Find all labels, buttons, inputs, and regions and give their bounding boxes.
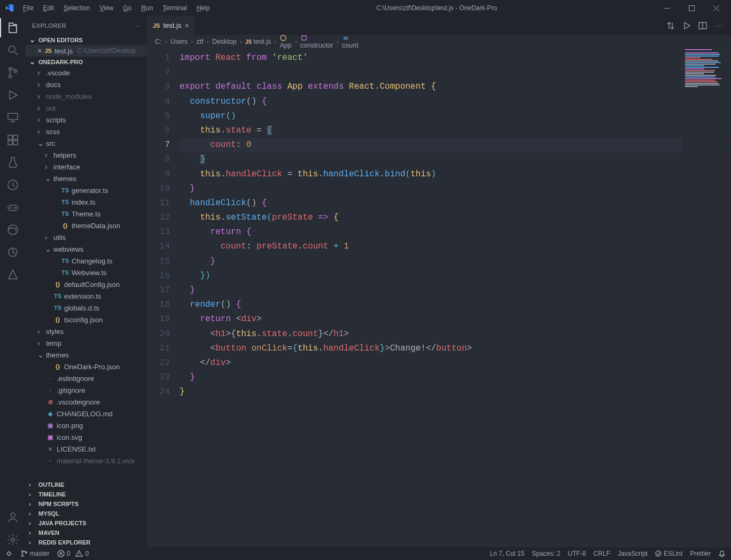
more-icon[interactable]: ··· bbox=[714, 21, 724, 29]
file-changelog-md[interactable]: ◆CHANGELOG.md bbox=[26, 408, 147, 419]
file--eslintignore[interactable]: ◦.eslintignore bbox=[26, 372, 147, 384]
maximize-button[interactable] bbox=[684, 1, 699, 15]
breadcrumb-item[interactable]: Desktop bbox=[212, 38, 237, 45]
indentation[interactable]: Spaces: 2 bbox=[532, 550, 560, 557]
workspace-header[interactable]: ⌄ONEDARK-PRO bbox=[26, 57, 147, 67]
remote-explorer-icon[interactable] bbox=[5, 110, 20, 125]
explorer-icon[interactable] bbox=[5, 20, 20, 35]
encoding[interactable]: UTF-8 bbox=[568, 550, 586, 557]
file-changelog-ts[interactable]: TSChangelog.ts bbox=[26, 255, 147, 267]
code-editor[interactable]: 123456789101112131415161718192021222324 … bbox=[147, 49, 731, 547]
source-control-icon[interactable] bbox=[5, 65, 20, 80]
run-icon[interactable] bbox=[682, 21, 691, 30]
folder-src[interactable]: ⌄src bbox=[26, 137, 147, 149]
edge-icon[interactable] bbox=[5, 222, 20, 237]
file--vscodeignore[interactable]: ⊘.vscodeignore bbox=[26, 396, 147, 408]
breadcrumb[interactable]: C:› Users› ztf› Desktop›JS test.js› App›… bbox=[147, 35, 731, 49]
problems[interactable]: 0 0 bbox=[57, 550, 89, 557]
split-icon[interactable] bbox=[698, 21, 707, 30]
open-editor-item[interactable]: × JS test.js C:\Users\ztf\Desktop bbox=[26, 45, 147, 57]
eslint-status[interactable]: ESLint bbox=[655, 550, 682, 557]
file-tsconfig-json[interactable]: {}tsconfig.json bbox=[26, 314, 147, 325]
file-extension-ts[interactable]: TSextension.ts bbox=[26, 290, 147, 302]
breadcrumb-item[interactable]: constructor bbox=[300, 34, 333, 49]
compare-icon[interactable] bbox=[666, 21, 675, 30]
minimize-button[interactable] bbox=[659, 1, 674, 15]
file-onedark-pro-json[interactable]: {}OneDark-Pro.json bbox=[26, 361, 147, 372]
breadcrumb-item[interactable]: C: bbox=[155, 38, 162, 45]
menu-run[interactable]: Run bbox=[137, 2, 157, 14]
tab-testjs[interactable]: JS test.js × bbox=[147, 16, 195, 35]
breadcrumb-item[interactable]: JS test.js bbox=[245, 38, 271, 45]
folder-interface[interactable]: ›interface bbox=[26, 161, 147, 173]
section-maven[interactable]: ›MAVEN bbox=[26, 528, 147, 538]
breadcrumb-item[interactable]: count bbox=[342, 34, 359, 49]
close-button[interactable] bbox=[709, 1, 724, 15]
section-npm-scripts[interactable]: ›NPM SCRIPTS bbox=[26, 499, 147, 509]
file-defaultconfig-json[interactable]: {}defaultConfig.json bbox=[26, 278, 147, 290]
folder-styles[interactable]: ›styles bbox=[26, 325, 147, 337]
file--gitignore[interactable]: ◦.gitignore bbox=[26, 384, 147, 396]
folder-scripts[interactable]: ›scripts bbox=[26, 114, 147, 126]
run-debug-icon[interactable] bbox=[5, 88, 20, 103]
settings-gear-icon[interactable] bbox=[5, 532, 20, 547]
game-icon[interactable] bbox=[5, 200, 20, 215]
file-globals-d-ts[interactable]: TSglobals.d.ts bbox=[26, 302, 147, 314]
folder-docs[interactable]: ›docs bbox=[26, 79, 147, 90]
section-timeline[interactable]: ›TIMELINE bbox=[26, 489, 147, 499]
folder-node_modules[interactable]: ›node_modules bbox=[26, 90, 147, 102]
minimap[interactable] bbox=[683, 49, 731, 547]
breadcrumb-item[interactable]: ztf bbox=[197, 38, 204, 45]
file-material-theme-3-9-1-vsix[interactable]: ▫material-theme-3.9.1.vsix bbox=[26, 455, 147, 466]
open-editors-header[interactable]: ⌄OPEN EDITORS bbox=[26, 35, 147, 45]
folder-webviews[interactable]: ⌄webviews bbox=[26, 243, 147, 255]
folder--vscode[interactable]: ›.vscode bbox=[26, 67, 147, 79]
close-icon[interactable]: × bbox=[37, 46, 42, 55]
language-mode[interactable]: JavaScript bbox=[618, 550, 648, 557]
testing-icon[interactable] bbox=[5, 155, 20, 170]
file-theme-ts[interactable]: TSTheme.ts bbox=[26, 208, 147, 220]
azure-icon[interactable] bbox=[5, 267, 20, 282]
section-redis-explorer[interactable]: ›REDIS EXPLORER bbox=[26, 538, 147, 547]
section-java-projects[interactable]: ›JAVA PROJECTS bbox=[26, 518, 147, 528]
extensions-icon[interactable] bbox=[5, 133, 20, 147]
menu-file[interactable]: File bbox=[19, 2, 37, 14]
folder-themes[interactable]: ⌄themes bbox=[26, 349, 147, 361]
code-content[interactable]: import React from 'react'export default … bbox=[180, 49, 731, 547]
prettier-status[interactable]: Prettier bbox=[690, 550, 711, 557]
file-webview-ts[interactable]: TSWebview.ts bbox=[26, 267, 147, 278]
file-themedata-json[interactable]: {}themeData.json bbox=[26, 220, 147, 231]
git-branch[interactable]: master bbox=[20, 550, 50, 557]
file-icon-svg[interactable]: ▣icon.svg bbox=[26, 431, 147, 443]
close-icon[interactable]: × bbox=[184, 21, 189, 30]
remote-indicator[interactable] bbox=[5, 550, 13, 557]
file-license-txt[interactable]: ≡LICENSE.txt bbox=[26, 443, 147, 455]
accounts-icon[interactable] bbox=[5, 510, 20, 525]
breadcrumb-item[interactable]: App bbox=[279, 34, 291, 49]
notifications-icon[interactable] bbox=[718, 550, 726, 557]
git-lens-icon[interactable] bbox=[5, 245, 20, 260]
menu-edit[interactable]: Edit bbox=[38, 2, 58, 14]
search-icon[interactable] bbox=[5, 43, 20, 58]
file-icon-png[interactable]: ▣icon.png bbox=[26, 419, 147, 431]
timeline-icon[interactable] bbox=[5, 177, 20, 192]
folder-scss[interactable]: ›scss bbox=[26, 126, 147, 137]
menu-go[interactable]: Go bbox=[119, 2, 136, 14]
menu-selection[interactable]: Selection bbox=[59, 2, 94, 14]
file-generator-ts[interactable]: TSgenerator.ts bbox=[26, 184, 147, 196]
breadcrumb-item[interactable]: Users bbox=[170, 38, 188, 45]
menu-view[interactable]: View bbox=[95, 2, 118, 14]
folder-temp[interactable]: ›temp bbox=[26, 337, 147, 349]
folder-out[interactable]: ›out bbox=[26, 102, 147, 114]
eol[interactable]: CRLF bbox=[594, 550, 610, 557]
menu-help[interactable]: Help bbox=[192, 2, 214, 14]
menu-terminal[interactable]: Terminal bbox=[158, 2, 191, 14]
sidebar-more-icon[interactable]: ··· bbox=[133, 22, 141, 29]
folder-themes[interactable]: ⌄themes bbox=[26, 173, 147, 184]
folder-utils[interactable]: ›utils bbox=[26, 231, 147, 243]
section-mysql[interactable]: ›MYSQL bbox=[26, 509, 147, 518]
file-index-ts[interactable]: TSindex.ts bbox=[26, 196, 147, 208]
cursor-position[interactable]: Ln 7, Col 15 bbox=[489, 550, 524, 557]
folder-helpers[interactable]: ›helpers bbox=[26, 149, 147, 161]
section-outline[interactable]: ›OUTLINE bbox=[26, 480, 147, 489]
